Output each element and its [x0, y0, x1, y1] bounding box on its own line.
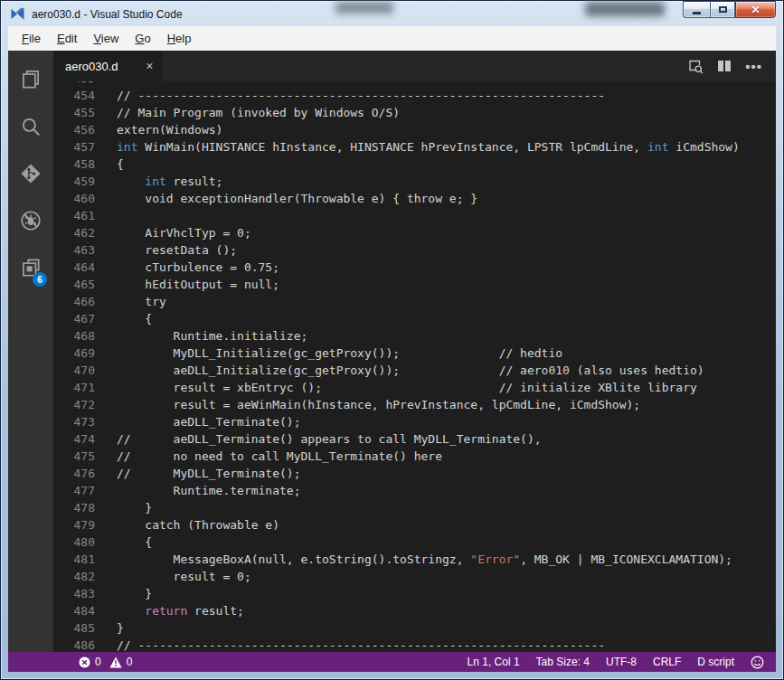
split-editor-button[interactable] — [717, 60, 732, 72]
no-debug-icon — [19, 209, 43, 232]
line-number: 459 — [53, 173, 95, 190]
line-number: 456 — [53, 121, 95, 138]
menu-file[interactable]: File — [14, 28, 49, 49]
code-text: { — [117, 156, 124, 173]
code-line: 478 } — [53, 499, 776, 516]
code-text: result = xbEntryc (); // initialize XBli… — [117, 379, 697, 396]
tab-close-icon[interactable]: ✕ — [144, 59, 156, 74]
line-number: 460 — [53, 190, 95, 207]
line-number: 475 — [53, 448, 95, 465]
code-line: 482 result = 0; — [53, 568, 776, 585]
indentation[interactable]: Tab Size: 4 — [536, 656, 590, 668]
line-number: 477 — [53, 482, 95, 499]
line-number: 486 — [53, 637, 95, 652]
feedback-smiley-icon[interactable] — [751, 656, 764, 669]
menu-go[interactable]: Go — [127, 28, 158, 49]
code-text: // MyDLL_Terminate(); — [117, 465, 301, 482]
code-text: // aeDLL_Terminate() appears to call MyD… — [117, 430, 542, 448]
code-line: 481 MessageBoxA(null, e.toString().toStr… — [53, 551, 776, 568]
line-number: 454 — [53, 87, 95, 104]
code-line: 467 { — [53, 310, 776, 327]
activitybar-debug-disabled[interactable] — [8, 197, 53, 244]
code-text: int WinMain(HINSTANCE hInstance, HINSTAN… — [117, 138, 740, 156]
cursor-position[interactable]: Ln 1, Col 1 — [468, 656, 520, 668]
code-line: 484 return result; — [53, 602, 776, 619]
more-actions-button[interactable]: ••• — [745, 60, 762, 73]
encoding[interactable]: UTF-8 — [606, 656, 637, 668]
split-editor-icon — [717, 60, 732, 72]
line-number: 471 — [53, 379, 95, 396]
code-lines: 453454// -------------------------------… — [53, 81, 776, 652]
code-line: 473 aeDLL_Terminate(); — [53, 413, 776, 430]
git-icon — [19, 162, 43, 185]
line-number: 457 — [53, 138, 95, 156]
line-number: 472 — [53, 396, 95, 413]
line-number: 480 — [53, 534, 95, 551]
code-editor[interactable]: 453454// -------------------------------… — [53, 81, 776, 652]
line-number: 483 — [53, 585, 95, 602]
code-line: 463 resetData (); — [53, 241, 776, 259]
close-button[interactable]: ✕ — [735, 1, 776, 18]
code-line: 475// no need to call MyDLL_Terminate() … — [53, 448, 776, 465]
error-count: 0 — [95, 656, 101, 668]
code-text: AirVhclTyp = 0; — [117, 224, 251, 241]
code-text: result = aeWinMain(hInstance, hPrevInsta… — [117, 396, 640, 413]
editor-actions: ••• — [688, 51, 776, 81]
minimize-icon — [693, 12, 701, 14]
code-line: 462 AirVhclTyp = 0; — [53, 224, 776, 241]
vscode-logo-icon — [10, 7, 25, 21]
code-line: 472 result = aeWinMain(hInstance, hPrevI… — [53, 396, 776, 413]
window-controls: ✕ — [683, 1, 776, 18]
code-text: MyDLL_Initialize(gc_getProxy()); // hedt… — [117, 345, 562, 362]
menu-view[interactable]: View — [85, 28, 127, 49]
menu-help[interactable]: Help — [159, 28, 200, 49]
activitybar-source-control[interactable] — [8, 150, 53, 197]
activitybar-explorer[interactable] — [8, 56, 53, 103]
code-text: } — [117, 499, 152, 516]
code-text: return result; — [117, 602, 244, 619]
code-line: 476// MyDLL_Terminate(); — [53, 465, 776, 482]
preview-search-icon — [688, 59, 704, 74]
code-line: 456extern(Windows) — [53, 121, 776, 138]
tab-label: aero030.d — [65, 60, 144, 73]
line-number: 465 — [53, 276, 95, 293]
code-text: aeDLL_Terminate(); — [117, 413, 301, 430]
open-preview-button[interactable] — [688, 59, 704, 74]
code-line: 480 { — [53, 534, 776, 551]
code-line: 455// Main Program (invoked by Windows O… — [53, 104, 776, 121]
eol-sequence[interactable]: CRLF — [653, 656, 681, 668]
code-line: 465 hEditOutput = null; — [53, 276, 776, 293]
line-number: 476 — [53, 465, 95, 482]
activitybar-extensions[interactable]: 6 — [8, 244, 53, 291]
line-number: 479 — [53, 516, 95, 534]
maximize-button[interactable] — [710, 1, 735, 18]
code-text: // Main Program (invoked by Windows O/S) — [117, 104, 400, 121]
code-line: 457int WinMain(HINSTANCE hInstance, HINS… — [53, 138, 776, 156]
line-number: 481 — [53, 551, 95, 568]
minimize-button[interactable] — [683, 1, 710, 18]
code-text: // -------------------------------------… — [117, 87, 605, 104]
code-line: 474// aeDLL_Terminate() appears to call … — [53, 430, 776, 448]
code-text: cTurbulence = 0.75; — [117, 259, 279, 276]
code-text: catch (Throwable e) — [117, 516, 279, 534]
activitybar-search[interactable] — [8, 103, 53, 150]
line-number: 482 — [53, 568, 95, 585]
line-number: 478 — [53, 499, 95, 516]
language-mode[interactable]: D script — [697, 656, 734, 668]
line-number: 463 — [53, 241, 95, 259]
search-icon — [19, 115, 43, 138]
line-number: 484 — [53, 602, 95, 619]
code-line: 464 cTurbulence = 0.75; — [53, 259, 776, 276]
menu-bar: File Edit View Go Help — [8, 26, 776, 51]
menu-edit[interactable]: Edit — [49, 28, 85, 49]
problems-indicator[interactable]: 0 0 — [8, 656, 136, 668]
code-text: // -------------------------------------… — [117, 637, 605, 652]
code-line: 485} — [53, 619, 776, 637]
code-text: } — [117, 619, 124, 637]
activity-bar: 6 — [8, 51, 53, 652]
code-text: Runtime.initialize; — [117, 327, 307, 345]
tab-aero030[interactable]: aero030.d ✕ — [53, 51, 163, 81]
code-text: Runtime.terminate; — [117, 482, 301, 499]
line-number: 455 — [53, 104, 95, 121]
line-number: 467 — [53, 310, 95, 327]
